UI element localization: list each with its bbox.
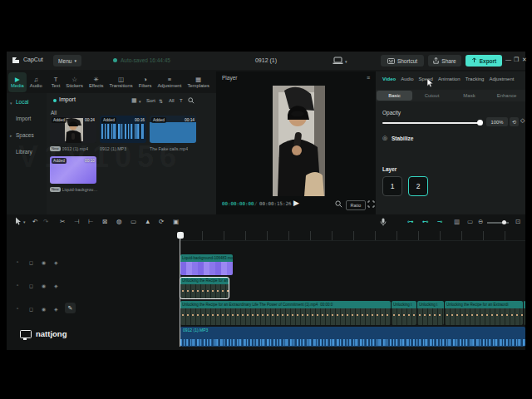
hide-track-icon[interactable]: ◉ (42, 283, 46, 288)
subtab-enhance[interactable]: Enhance (489, 91, 525, 101)
crop-icon[interactable]: ▭ (131, 218, 136, 225)
media-item-video3[interactable]: Added 00:10 (50, 156, 96, 184)
opacity-slider-handle[interactable] (477, 120, 483, 126)
timeline-clip-main-2[interactable]: Unlocking t (392, 301, 416, 325)
mute-track-icon[interactable]: ◈ (54, 306, 58, 312)
tab-tracking[interactable]: Tracking (466, 76, 485, 81)
sort-button[interactable]: Sort (146, 98, 155, 103)
lock-icon[interactable]: ◻ (29, 306, 33, 312)
preview-axis-icon[interactable]: ▥ (454, 218, 460, 225)
auto-snap-icon[interactable]: ⊸ (437, 218, 442, 225)
timeline-clip-main-1[interactable]: Unlocking the Recipe for an Extraordinar… (180, 301, 391, 325)
timeline-clip-selected[interactable]: Unlocking the Recipe for an Extraordinar… (180, 278, 229, 298)
hide-track-icon[interactable]: ◉ (42, 306, 46, 312)
tab-text[interactable]: T Text (49, 72, 63, 92)
import-button[interactable]: Import (59, 96, 76, 102)
grid-view-icon[interactable]: ▦ (131, 97, 137, 104)
tab-stickers[interactable]: ☆ Stickers (63, 72, 86, 92)
timeline-clip-audio[interactable]: 0912 (1).MP3 (180, 327, 525, 347)
fullscreen-icon[interactable] (367, 200, 375, 208)
tab-effects[interactable]: ✳ Effects (86, 72, 106, 92)
track-options-icon[interactable]: ▫ (17, 306, 18, 311)
delete-icon[interactable]: ⊠ (102, 218, 107, 225)
tab-audio[interactable]: ♫ Audio (27, 72, 45, 92)
timeline-zoom-handle[interactable] (502, 220, 506, 224)
zoom-out-icon[interactable]: ⊖ (478, 218, 483, 225)
shortcut-button[interactable]: Shortcut (381, 55, 424, 66)
stabilize-label[interactable]: Stabilize (392, 135, 413, 141)
subtab-cutout[interactable]: Cutout (414, 91, 450, 101)
minimize-button[interactable]: — (505, 57, 511, 62)
sidebar-item-spaces[interactable]: Spaces (16, 132, 34, 138)
split-icon[interactable]: ✂ (60, 218, 65, 225)
media-item-video1[interactable]: Added 00:24 (50, 116, 96, 143)
filter-all-button[interactable]: All (169, 98, 175, 103)
keyframe-diamond-icon[interactable]: ◇ (520, 117, 525, 124)
reset-icon[interactable]: ⟲ (510, 117, 519, 126)
opacity-slider[interactable] (382, 122, 480, 124)
layer-button-1[interactable]: 1 (382, 176, 402, 196)
search-icon[interactable] (188, 97, 195, 104)
export-button[interactable]: Export (466, 55, 502, 66)
magnet-snap-icon[interactable]: ⊶ (407, 218, 414, 225)
timeline-ruler[interactable] (180, 231, 525, 241)
subtab-basic[interactable]: Basic (377, 91, 412, 101)
video-preview[interactable] (273, 86, 325, 196)
share-button[interactable]: Share (428, 55, 461, 66)
chevron-down-icon[interactable]: ▾ (23, 219, 26, 224)
tab-media[interactable]: ▶ Media (8, 72, 27, 92)
tab-audio-inspector[interactable]: Audio (401, 76, 413, 81)
select-tool-icon[interactable] (15, 217, 22, 225)
tab-templates[interactable]: ▦ Templates (185, 72, 211, 92)
sidebar-item-local[interactable]: Local (16, 99, 29, 105)
player-menu-icon[interactable]: ≡ (367, 75, 370, 81)
timeline-clip-main-4[interactable]: Unlocking the Recipe for an Extraordi (445, 301, 523, 325)
sidebar-item-import[interactable]: Import (16, 116, 31, 121)
timeline-clip-liquid-background[interactable]: Liquid-background-106483.mov 00:00:01:26 (180, 254, 233, 275)
close-button[interactable]: ✕ (522, 57, 527, 63)
maximize-button[interactable]: ❐ (514, 57, 519, 63)
delete-left-icon[interactable]: ⊣ (74, 218, 80, 225)
mute-track-icon[interactable]: ◈ (54, 283, 58, 288)
preview-zoom-icon[interactable] (335, 200, 342, 208)
redo-icon[interactable]: ↷ (43, 218, 48, 225)
play-button[interactable]: ▶ (293, 199, 299, 207)
mute-track-icon[interactable]: ◈ (54, 259, 58, 265)
cover-icon[interactable]: ▭ (467, 218, 473, 225)
type-filter-icon[interactable]: T (180, 98, 183, 103)
device-preview-icon[interactable] (332, 57, 343, 65)
freeze-frame-icon[interactable]: ▣ (173, 218, 179, 225)
chevron-down-icon[interactable]: ▾ (345, 59, 347, 64)
rotate-icon[interactable]: ⟳ (159, 218, 164, 225)
media-item-audio1[interactable]: Added 00:16 (100, 116, 146, 143)
track-options-icon[interactable]: ▫ (17, 283, 18, 288)
zoom-fit-icon[interactable]: ⊡ (515, 218, 520, 225)
timeline-clip-main-3[interactable]: Unlocking t (417, 301, 444, 325)
edit-track-icon[interactable]: ✎ (65, 303, 76, 313)
ratio-button[interactable]: Ratio (346, 200, 366, 210)
lock-icon[interactable]: ◻ (29, 259, 33, 265)
undo-icon[interactable]: ↶ (32, 218, 37, 225)
timeline-clip-main-5[interactable]: Unlocki (524, 301, 525, 325)
link-clips-icon[interactable]: ⊷ (422, 218, 429, 225)
subtab-mask[interactable]: Mask (451, 91, 487, 101)
sidebar-item-library[interactable]: Library (16, 149, 32, 155)
track-options-icon[interactable]: ▫ (17, 259, 18, 264)
tab-video[interactable]: Video (382, 76, 396, 81)
record-voiceover-icon[interactable] (380, 218, 387, 226)
hide-track-icon[interactable]: ◉ (42, 259, 46, 265)
delete-right-icon[interactable]: ⊢ (88, 218, 94, 225)
media-item-video2[interactable]: Added 00:14 (150, 116, 196, 143)
tab-adjustment-inspector[interactable]: Adjustment (489, 76, 514, 81)
lock-icon[interactable]: ◻ (29, 283, 33, 288)
tab-filters[interactable]: ◑ Filters (136, 72, 155, 92)
speed-icon[interactable]: ▲ (145, 218, 150, 225)
tab-adjustment[interactable]: ≡ Adjustment (155, 72, 184, 92)
opacity-value[interactable]: 100% (486, 117, 508, 126)
playhead-handle[interactable] (177, 232, 184, 239)
tab-animation[interactable]: Animation (438, 76, 461, 81)
layer-button-2[interactable]: 2 (408, 176, 428, 196)
tab-transitions[interactable]: ◫ Transitions (107, 72, 135, 92)
mask-icon[interactable]: ◍ (116, 218, 122, 225)
menu-button[interactable]: Menu ▾ (53, 55, 81, 66)
